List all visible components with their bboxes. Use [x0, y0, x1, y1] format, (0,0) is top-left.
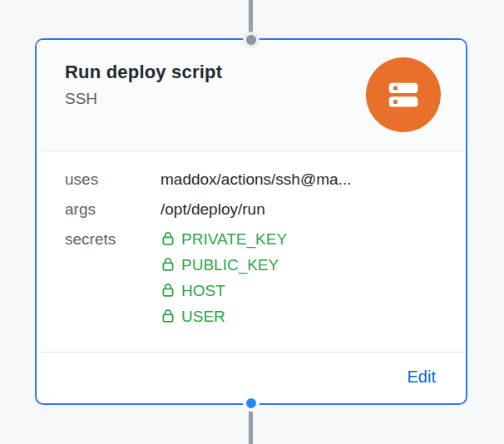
secret-item: USER — [161, 308, 442, 324]
input-port[interactable] — [243, 32, 259, 48]
server-icon — [366, 57, 441, 132]
output-port[interactable] — [243, 395, 259, 412]
lock-icon — [161, 256, 175, 273]
workflow-node-card[interactable]: Run deploy script SSH uses maddox/action… — [35, 38, 467, 405]
secret-name: PRIVATE_KEY — [181, 231, 287, 247]
node-title: Run deploy script — [65, 62, 222, 83]
lock-icon — [161, 230, 175, 247]
args-row: args /opt/deploy/run — [65, 195, 442, 224]
secret-name: PUBLIC_KEY — [181, 257, 279, 273]
node-subtitle: SSH — [65, 90, 222, 108]
field-label: secrets — [65, 230, 161, 249]
field-value: /opt/deploy/run — [161, 200, 442, 219]
secret-item: PRIVATE_KEY — [161, 230, 442, 247]
secret-item: HOST — [161, 282, 442, 298]
secret-item: PUBLIC_KEY — [161, 256, 442, 273]
field-label: uses — [65, 170, 161, 189]
secret-name: USER — [181, 308, 225, 324]
node-header: Run deploy script SSH — [37, 40, 466, 151]
field-label: args — [65, 200, 161, 219]
secret-name: HOST — [181, 283, 225, 298]
secrets-list: PRIVATE_KEY PUBLIC_KEY — [161, 230, 442, 324]
node-header-text: Run deploy script SSH — [65, 62, 222, 108]
field-value: maddox/actions/ssh@ma... — [161, 170, 442, 189]
secrets-row: secrets PRIVATE_KEY — [65, 224, 442, 330]
lock-icon — [161, 308, 175, 324]
lock-icon — [161, 282, 175, 298]
edit-button[interactable]: Edit — [408, 368, 436, 386]
node-body: uses maddox/actions/ssh@ma... args /opt/… — [37, 151, 466, 352]
uses-row: uses maddox/actions/ssh@ma... — [65, 165, 442, 195]
